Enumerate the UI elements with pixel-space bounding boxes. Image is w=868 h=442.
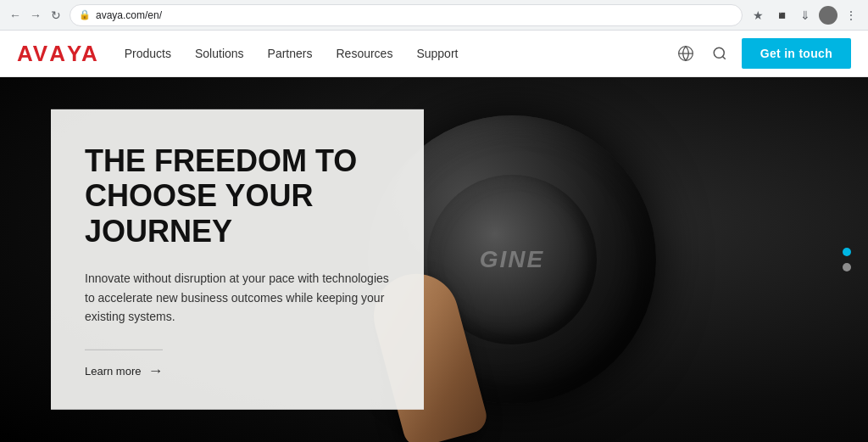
slide-dot-1[interactable] bbox=[843, 248, 851, 256]
extensions-button[interactable]: ◾ bbox=[771, 5, 792, 25]
menu-button[interactable]: ⋮ bbox=[841, 5, 861, 25]
back-button[interactable]: ← bbox=[7, 7, 24, 24]
slide-indicators bbox=[843, 248, 851, 271]
hero-section: GINE THE FREEDOM TO CHOOSE YOUR JOURNEY … bbox=[0, 77, 868, 442]
browser-actions: ★ ◾ ⇓ ⋮ bbox=[748, 5, 861, 25]
nav-link-support[interactable]: Support bbox=[416, 43, 458, 64]
slide-dot-2[interactable] bbox=[843, 263, 851, 271]
nav-right: Get in touch bbox=[674, 38, 851, 69]
svg-point-1 bbox=[714, 48, 724, 58]
profile-button[interactable] bbox=[819, 6, 837, 25]
nav-link-resources[interactable]: Resources bbox=[336, 43, 392, 64]
lock-icon: 🔒 bbox=[79, 9, 91, 20]
learn-more-arrow-icon: → bbox=[147, 362, 163, 380]
hero-subtitle: Innovate without disruption at your pace… bbox=[85, 269, 390, 326]
reload-button[interactable]: ↻ bbox=[47, 7, 64, 24]
browser-controls: ← → ↻ bbox=[7, 7, 64, 24]
language-button[interactable] bbox=[674, 42, 698, 65]
learn-more-text: Learn more bbox=[85, 365, 141, 378]
hero-card: THE FREEDOM TO CHOOSE YOUR JOURNEY Innov… bbox=[51, 109, 424, 410]
address-bar[interactable]: 🔒 avaya.com/en/ bbox=[70, 4, 743, 26]
nav-link-partners[interactable]: Partners bbox=[268, 43, 313, 64]
nav-links: Products Solutions Partners Resources Su… bbox=[125, 43, 674, 64]
bookmark-button[interactable]: ★ bbox=[748, 5, 768, 25]
learn-more-link[interactable]: Learn more → bbox=[85, 350, 163, 380]
navbar: AVAYA Products Solutions Partners Resour… bbox=[0, 31, 868, 77]
nav-link-solutions[interactable]: Solutions bbox=[195, 43, 244, 64]
browser-chrome: ← → ↻ 🔒 avaya.com/en/ ★ ◾ ⇓ ⋮ bbox=[0, 0, 868, 31]
get-in-touch-button[interactable]: Get in touch bbox=[742, 38, 851, 69]
hero-title: THE FREEDOM TO CHOOSE YOUR JOURNEY bbox=[85, 143, 390, 249]
search-button[interactable] bbox=[708, 42, 732, 65]
avaya-logo[interactable]: AVAYA bbox=[17, 42, 99, 64]
nav-link-products[interactable]: Products bbox=[125, 43, 171, 64]
download-button[interactable]: ⇓ bbox=[795, 5, 815, 25]
url-text: avaya.com/en/ bbox=[96, 9, 162, 21]
logo-text: AVAYA bbox=[17, 42, 99, 64]
forward-button[interactable]: → bbox=[27, 7, 44, 24]
